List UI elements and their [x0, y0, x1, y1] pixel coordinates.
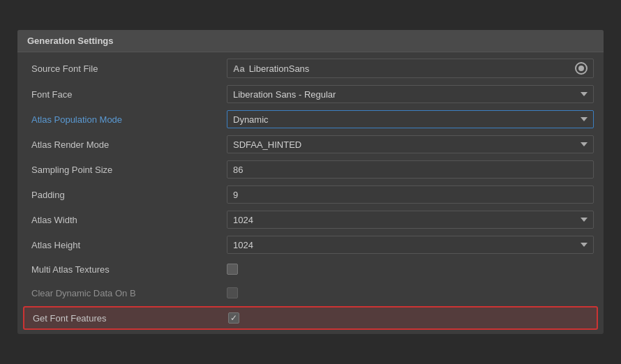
value-padding: 9 — [227, 185, 594, 204]
value-atlas-render-mode: SDFAA_HINTED — [227, 135, 594, 153]
value-source-font-file: Aa LiberationSans — [227, 59, 594, 78]
value-font-face: Liberation Sans - Regular — [227, 85, 594, 103]
label-clear-dynamic-data: Clear Dynamic Data On B — [31, 288, 227, 298]
source-font-value: LiberationSans — [249, 63, 310, 74]
label-sampling-point-size: Sampling Point Size — [31, 165, 227, 175]
label-padding: Padding — [31, 190, 227, 200]
label-get-font-features: Get Font Features — [33, 313, 228, 324]
value-atlas-height: 1024 — [227, 236, 594, 254]
row-atlas-population-mode: Atlas Population Mode Dynamic — [17, 107, 604, 132]
get-font-features-checkbox-area: ✓ — [228, 312, 587, 324]
label-font-face: Font Face — [31, 89, 227, 100]
label-atlas-height: Atlas Height — [31, 240, 227, 250]
source-font-inner: Aa LiberationSans — [233, 63, 309, 74]
padding-value: 9 — [233, 190, 238, 200]
row-atlas-render-mode: Atlas Render Mode SDFAA_HINTED — [17, 132, 604, 157]
value-atlas-population-mode: Dynamic — [227, 110, 594, 128]
padding-field[interactable]: 9 — [227, 185, 594, 204]
panel-header: Generation Settings — [17, 30, 604, 52]
sampling-point-size-field[interactable]: 86 — [227, 160, 594, 179]
row-atlas-height: Atlas Height 1024 — [17, 232, 604, 257]
atlas-height-chevron-down-icon — [581, 243, 588, 247]
panel-body: Source Font File Aa LiberationSans Font … — [17, 52, 604, 334]
label-atlas-population-mode: Atlas Population Mode — [31, 114, 227, 125]
row-sampling-point-size: Sampling Point Size 86 — [17, 157, 604, 182]
atlas-population-mode-value: Dynamic — [233, 114, 269, 125]
atlas-height-value: 1024 — [233, 240, 253, 250]
atlas-width-chevron-down-icon — [581, 218, 588, 222]
source-font-field[interactable]: Aa LiberationSans — [227, 59, 594, 78]
value-atlas-width: 1024 — [227, 211, 594, 229]
value-get-font-features: ✓ — [228, 312, 587, 324]
atlas-render-mode-dropdown[interactable]: SDFAA_HINTED — [227, 135, 594, 153]
multi-atlas-textures-checkbox[interactable] — [227, 264, 238, 275]
clear-dynamic-data-checkbox[interactable] — [227, 287, 238, 298]
value-multi-atlas-textures — [227, 264, 594, 275]
row-atlas-width: Atlas Width 1024 — [17, 207, 604, 232]
atlas-render-mode-value: SDFAA_HINTED — [233, 139, 301, 150]
atlas-height-dropdown[interactable]: 1024 — [227, 236, 594, 254]
font-icon: Aa — [233, 63, 245, 74]
atlas-population-mode-chevron-down-icon — [581, 117, 588, 121]
generation-settings-panel: Generation Settings Source Font File Aa … — [17, 30, 604, 334]
clear-dynamic-data-checkbox-area — [227, 287, 594, 298]
checkmark-icon: ✓ — [230, 314, 237, 322]
row-multi-atlas-textures: Multi Atlas Textures — [17, 257, 604, 281]
row-source-font-file: Source Font File Aa LiberationSans — [17, 55, 604, 82]
label-source-font-file: Source Font File — [31, 63, 227, 74]
font-face-value: Liberation Sans - Regular — [233, 89, 336, 100]
multi-atlas-textures-checkbox-area — [227, 264, 594, 275]
font-face-chevron-down-icon — [581, 92, 588, 96]
row-padding: Padding 9 — [17, 182, 604, 207]
sampling-point-size-value: 86 — [233, 165, 243, 175]
value-clear-dynamic-data — [227, 287, 594, 298]
row-font-face: Font Face Liberation Sans - Regular — [17, 82, 604, 107]
atlas-render-mode-chevron-down-icon — [581, 142, 588, 146]
get-font-features-checkbox[interactable]: ✓ — [228, 312, 239, 324]
atlas-width-value: 1024 — [233, 215, 253, 225]
label-atlas-render-mode: Atlas Render Mode — [31, 139, 227, 150]
row-get-font-features: Get Font Features ✓ — [23, 306, 598, 330]
row-clear-dynamic-data: Clear Dynamic Data On B — [17, 281, 604, 305]
source-font-circle-button[interactable] — [575, 62, 588, 75]
circle-btn-inner — [578, 66, 584, 71]
atlas-population-mode-dropdown[interactable]: Dynamic — [227, 110, 594, 128]
atlas-width-dropdown[interactable]: 1024 — [227, 211, 594, 229]
label-multi-atlas-textures: Multi Atlas Textures — [31, 264, 227, 275]
label-atlas-width: Atlas Width — [31, 215, 227, 225]
font-face-dropdown[interactable]: Liberation Sans - Regular — [227, 85, 594, 103]
value-sampling-point-size: 86 — [227, 160, 594, 179]
